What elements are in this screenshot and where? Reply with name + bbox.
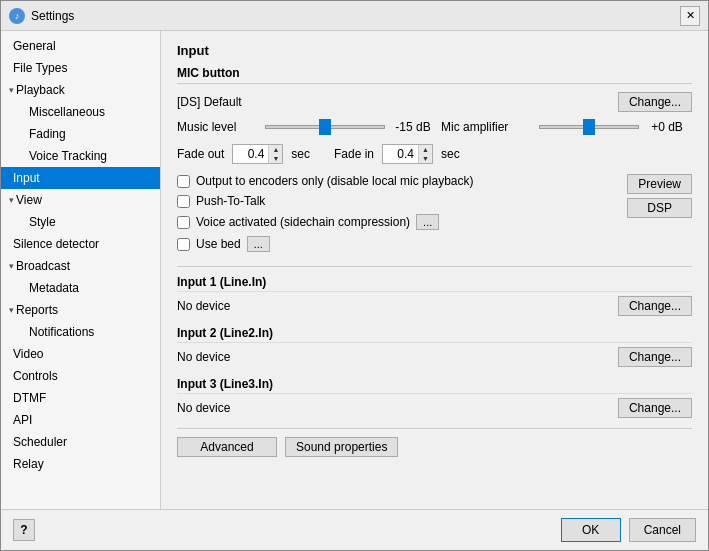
sidebar-item-voice-tracking[interactable]: Voice Tracking: [1, 145, 160, 167]
checkbox-encoders[interactable]: [177, 175, 190, 188]
main-content: Input MIC button [DS] Default Change... …: [161, 31, 708, 509]
sidebar-item-reports[interactable]: ▾ Reports: [1, 299, 160, 321]
mic-amplifier-value: +0 dB: [647, 120, 687, 134]
input3-change-button[interactable]: Change...: [618, 398, 692, 418]
input3-row: No device Change...: [177, 398, 692, 418]
separator-1: [177, 266, 692, 267]
input2-title: Input 2 (Line2.In): [177, 326, 692, 343]
sidebar-item-api[interactable]: API: [1, 409, 160, 431]
mic-change-button[interactable]: Change...: [618, 92, 692, 112]
sidebar-item-video[interactable]: Video: [1, 343, 160, 365]
mic-device-label: [DS] Default: [177, 95, 618, 109]
mic-amplifier-slider[interactable]: [539, 125, 639, 129]
sidebar-item-silence-detector[interactable]: Silence detector: [1, 233, 160, 255]
advanced-button[interactable]: Advanced: [177, 437, 277, 457]
sidebar-item-notifications[interactable]: Notifications: [1, 321, 160, 343]
music-level-value: -15 dB: [393, 120, 433, 134]
ok-button[interactable]: OK: [561, 518, 621, 542]
dsp-button[interactable]: DSP: [627, 198, 692, 218]
sidebar: General File Types ▾ Playback Miscellane…: [1, 31, 161, 509]
window-title: Settings: [31, 9, 74, 23]
fade-out-label: Fade out: [177, 147, 224, 161]
title-bar: ♪ Settings ✕: [1, 1, 708, 31]
mic-device-row: [DS] Default Change...: [177, 92, 692, 112]
checkbox-voice-activated-label: Voice activated (sidechain compression): [196, 215, 410, 229]
sidebar-item-input[interactable]: Input: [1, 167, 160, 189]
checkbox-row-encoders: Output to encoders only (disable local m…: [177, 174, 619, 188]
checkboxes-area: Output to encoders only (disable local m…: [177, 174, 692, 258]
help-button[interactable]: ?: [13, 519, 35, 541]
sidebar-item-miscellaneous[interactable]: Miscellaneous: [1, 101, 160, 123]
fade-in-up[interactable]: ▲: [419, 145, 432, 154]
sidebar-item-style[interactable]: Style: [1, 211, 160, 233]
slider-row: Music level -15 dB Mic amplifier +0 dB: [177, 120, 692, 134]
expand-arrow-reports: ▾: [9, 305, 14, 315]
footer: ? OK Cancel: [1, 509, 708, 550]
window-body: General File Types ▾ Playback Miscellane…: [1, 31, 708, 509]
sidebar-item-playback[interactable]: ▾ Playback: [1, 79, 160, 101]
sound-properties-button[interactable]: Sound properties: [285, 437, 398, 457]
input1-title: Input 1 (Line.In): [177, 275, 692, 292]
sidebar-item-scheduler[interactable]: Scheduler: [1, 431, 160, 453]
cancel-button[interactable]: Cancel: [629, 518, 696, 542]
fade-out-up[interactable]: ▲: [269, 145, 282, 154]
use-bed-more-btn[interactable]: ...: [247, 236, 270, 252]
checkbox-encoders-label: Output to encoders only (disable local m…: [196, 174, 473, 188]
checkbox-row-ptt: Push-To-Talk: [177, 194, 619, 208]
checkbox-voice-activated[interactable]: [177, 216, 190, 229]
checkbox-use-bed[interactable]: [177, 238, 190, 251]
sidebar-item-dtmf[interactable]: DTMF: [1, 387, 160, 409]
mic-section-title: MIC button: [177, 66, 692, 84]
input2-section: Input 2 (Line2.In) No device Change...: [177, 326, 692, 367]
close-button[interactable]: ✕: [680, 6, 700, 26]
sidebar-item-view[interactable]: ▾ View: [1, 189, 160, 211]
input2-row: No device Change...: [177, 347, 692, 367]
sidebar-item-file-types[interactable]: File Types: [1, 57, 160, 79]
sidebar-item-broadcast[interactable]: ▾ Broadcast: [1, 255, 160, 277]
fade-in-unit: sec: [441, 147, 460, 161]
fade-in-down[interactable]: ▼: [419, 154, 432, 163]
title-bar-left: ♪ Settings: [9, 8, 74, 24]
checkboxes-left: Output to encoders only (disable local m…: [177, 174, 619, 258]
input3-device: No device: [177, 401, 618, 415]
input1-section: Input 1 (Line.In) No device Change...: [177, 275, 692, 316]
input1-row: No device Change...: [177, 296, 692, 316]
fade-out-spinbox: ▲ ▼: [232, 144, 283, 164]
sidebar-item-metadata[interactable]: Metadata: [1, 277, 160, 299]
checkbox-row-use-bed: Use bed ...: [177, 236, 619, 252]
settings-window: ♪ Settings ✕ General File Types ▾ Playba…: [0, 0, 709, 551]
fade-out-unit: sec: [291, 147, 310, 161]
checkbox-row-voice-activated: Voice activated (sidechain compression) …: [177, 214, 619, 230]
fade-in-label: Fade in: [334, 147, 374, 161]
voice-activated-more-btn[interactable]: ...: [416, 214, 439, 230]
checkbox-use-bed-label: Use bed: [196, 237, 241, 251]
input1-device: No device: [177, 299, 618, 313]
app-icon: ♪: [9, 8, 25, 24]
sidebar-item-general[interactable]: General: [1, 35, 160, 57]
side-buttons: Preview DSP: [619, 174, 692, 258]
fade-out-down[interactable]: ▼: [269, 154, 282, 163]
input3-title: Input 3 (Line3.In): [177, 377, 692, 394]
sidebar-item-fading[interactable]: Fading: [1, 123, 160, 145]
fade-out-input[interactable]: [233, 145, 268, 163]
fade-in-spinbox: ▲ ▼: [382, 144, 433, 164]
preview-button[interactable]: Preview: [627, 174, 692, 194]
expand-arrow-playback: ▾: [9, 85, 14, 95]
fade-in-input[interactable]: [383, 145, 418, 163]
fade-row: Fade out ▲ ▼ sec Fade in ▲ ▼: [177, 144, 692, 164]
music-level-slider[interactable]: [265, 125, 385, 129]
fade-out-arrows: ▲ ▼: [268, 145, 282, 163]
footer-right: OK Cancel: [561, 518, 696, 542]
input2-change-button[interactable]: Change...: [618, 347, 692, 367]
expand-arrow-view: ▾: [9, 195, 14, 205]
music-level-label: Music level: [177, 120, 257, 134]
bottom-buttons: Advanced Sound properties: [177, 428, 692, 457]
section-title: Input: [177, 43, 692, 58]
sidebar-item-controls[interactable]: Controls: [1, 365, 160, 387]
sidebar-item-relay[interactable]: Relay: [1, 453, 160, 475]
checkbox-ptt[interactable]: [177, 195, 190, 208]
input1-change-button[interactable]: Change...: [618, 296, 692, 316]
checkbox-ptt-label: Push-To-Talk: [196, 194, 265, 208]
mic-amplifier-label: Mic amplifier: [441, 120, 531, 134]
input3-section: Input 3 (Line3.In) No device Change...: [177, 377, 692, 418]
